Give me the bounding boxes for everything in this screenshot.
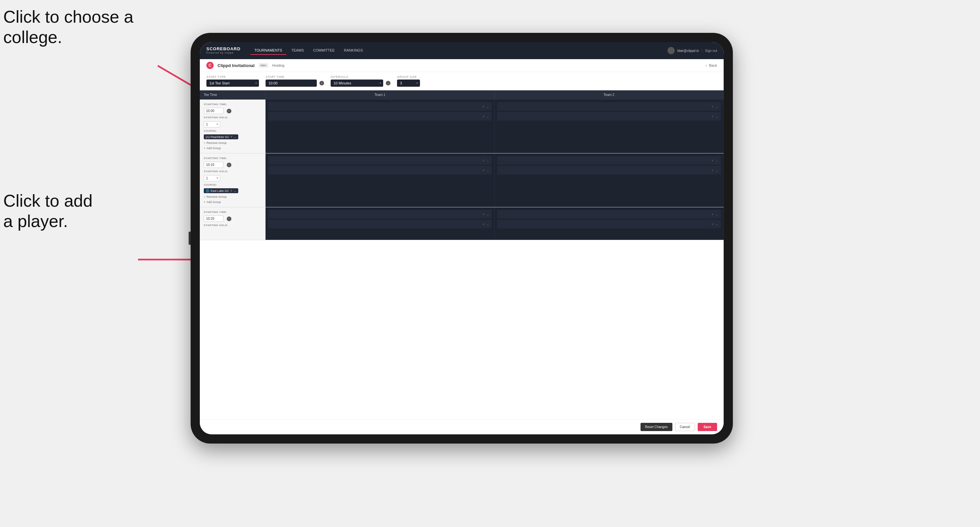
player-x-3[interactable]: × (711, 105, 713, 108)
course-label-2: COURSE: (204, 183, 261, 186)
sub-header: C Clippd Invitational Men Hosting ‹ Back (200, 59, 724, 72)
table-row: STARTING TIME: i STARTING HOLE: × ⌄ × ⌄ (200, 207, 724, 240)
group-1-left: STARTING TIME: i STARTING HOLE: 1 COURS (200, 100, 266, 153)
add-group-2[interactable]: + Add Group (204, 200, 261, 204)
start-type-select-wrapper: 1st Tee Start (206, 79, 259, 87)
player-expand-7[interactable]: ⌄ (716, 159, 718, 162)
intervals-group: Intervals 10 Minutes i (331, 75, 390, 87)
form-row: Start Type 1st Tee Start Start Time i In… (200, 72, 724, 90)
player-x-4[interactable]: × (711, 115, 713, 118)
annotation-choose-college: Click to choose a college. (3, 6, 134, 48)
add-group-1[interactable]: + Add Group (204, 146, 261, 150)
player-expand-9[interactable]: ⌄ (486, 213, 489, 216)
player-x-7[interactable]: × (711, 159, 713, 162)
player-x-9[interactable]: × (482, 213, 484, 216)
remove-group-1[interactable]: ○ Remove Group (204, 141, 261, 144)
starting-time-input-3[interactable] (204, 216, 223, 222)
reset-changes-button[interactable]: Reset Changes (641, 423, 672, 431)
player-x-2[interactable]: × (482, 115, 484, 118)
player-expand-2[interactable]: ⌄ (486, 115, 489, 118)
starting-hole-row-2: 1 (204, 175, 261, 181)
starting-hole-select-1[interactable]: 1 (204, 121, 220, 127)
team1-cell-2: × ⌄ × ⌄ (266, 154, 495, 207)
save-button[interactable]: Save (698, 423, 717, 431)
player-row[interactable]: × ⌄ (268, 112, 492, 121)
player-expand-5[interactable]: ⌄ (486, 159, 489, 162)
course-tag-2[interactable]: 🌐 East Lake GC × ⌄ (204, 188, 238, 193)
player-x-5[interactable]: × (482, 159, 484, 162)
start-type-group: Start Type 1st Tee Start (206, 75, 259, 87)
starting-hole-select-2[interactable]: 1 (204, 175, 220, 181)
starting-time-row-3: i (204, 216, 261, 222)
player-expand-10[interactable]: ⌄ (486, 222, 489, 226)
intervals-info-icon: i (386, 81, 390, 86)
player-row[interactable]: × ⌄ (497, 166, 721, 175)
intervals-select-wrapper: 10 Minutes (331, 79, 383, 87)
player-expand-4[interactable]: ⌄ (716, 115, 718, 118)
player-row[interactable]: × ⌄ (268, 220, 492, 229)
course-tag-1[interactable]: (A) Peachtree GC × ⌄ (204, 134, 238, 139)
player-row[interactable]: × ⌄ (268, 156, 492, 165)
group-3-left: STARTING TIME: i STARTING HOLE: (200, 207, 266, 240)
player-x-12[interactable]: × (711, 222, 713, 226)
tournament-title: Clippd Invitational (218, 63, 255, 68)
starting-time-label-3: STARTING TIME: (204, 211, 261, 214)
group-size-group: Group Size 3 (397, 75, 420, 87)
starting-time-info-3: i (227, 216, 231, 221)
player-row[interactable]: × ⌄ (268, 166, 492, 175)
player-x-6[interactable]: × (482, 168, 484, 172)
player-row[interactable]: × ⌄ (497, 156, 721, 165)
sign-out-link[interactable]: Sign out (705, 49, 717, 52)
nav-tab-teams[interactable]: TEAMS (288, 46, 308, 55)
player-row[interactable]: × ⌄ (497, 220, 721, 229)
intervals-select[interactable]: 10 Minutes (331, 79, 383, 87)
player-expand-1[interactable]: ⌄ (486, 105, 489, 108)
tablet-side-button (189, 232, 191, 245)
starting-time-row-1: i (204, 108, 261, 114)
nav-bar: SCOREBOARD Powered by clippd TOURNAMENTS… (200, 42, 724, 59)
starting-hole-label-1: STARTING HOLE: (204, 116, 261, 119)
player-x-1[interactable]: × (482, 105, 484, 108)
start-time-input[interactable] (266, 79, 317, 87)
team2-cell-2: × ⌄ × ⌄ (495, 154, 724, 207)
course-tag-expand-1[interactable]: ⌄ (234, 135, 236, 139)
team1-cell-3: × ⌄ × ⌄ (266, 207, 495, 240)
starting-time-label-1: STARTING TIME: (204, 103, 261, 106)
course-tag-expand-2[interactable]: ⌄ (234, 189, 236, 192)
player-row[interactable]: × ⌄ (268, 102, 492, 111)
starting-time-input-1[interactable] (204, 108, 223, 114)
player-row[interactable]: × ⌄ (497, 112, 721, 121)
back-button[interactable]: ‹ Back (706, 63, 717, 67)
group-size-label: Group Size (397, 75, 420, 79)
player-row[interactable]: × ⌄ (497, 210, 721, 219)
table-row: STARTING TIME: i STARTING HOLE: 1 COURS (200, 154, 724, 207)
player-expand-11[interactable]: ⌄ (716, 213, 718, 216)
player-x-8[interactable]: × (711, 168, 713, 172)
player-expand-8[interactable]: ⌄ (716, 168, 718, 172)
starting-time-info-2: i (227, 163, 231, 167)
group-size-select[interactable]: 3 (397, 79, 420, 87)
player-expand-6[interactable]: ⌄ (486, 168, 489, 172)
intervals-label: Intervals (331, 75, 390, 79)
player-x-11[interactable]: × (711, 213, 713, 216)
player-row[interactable]: × ⌄ (268, 210, 492, 219)
col-team1: Team 1 (266, 90, 495, 99)
player-expand-12[interactable]: ⌄ (716, 222, 718, 226)
starting-time-input-2[interactable] (204, 162, 223, 168)
col-tee-time: Tee Time (200, 90, 266, 99)
player-x-10[interactable]: × (482, 222, 484, 226)
start-type-select[interactable]: 1st Tee Start (206, 79, 259, 87)
nav-tab-rankings[interactable]: RANKINGS (340, 46, 367, 55)
player-row[interactable]: × ⌄ (497, 102, 721, 111)
course-tag-remove-2[interactable]: × (231, 189, 232, 192)
nav-tab-tournaments[interactable]: TOURNAMENTS (250, 46, 286, 55)
hosting-label: Hosting (272, 63, 284, 67)
player-expand-3[interactable]: ⌄ (716, 105, 718, 108)
course-label-1: COURSE: (204, 129, 261, 132)
table-row: STARTING TIME: i STARTING HOLE: 1 COURS (200, 100, 724, 154)
remove-group-2[interactable]: ○ Remove Group (204, 195, 261, 198)
cancel-button[interactable]: Cancel (675, 423, 695, 431)
course-tag-remove-1[interactable]: × (231, 135, 233, 139)
nav-tab-committee[interactable]: COMMITTEE (309, 46, 339, 55)
col-team2: Team 2 (495, 90, 724, 99)
